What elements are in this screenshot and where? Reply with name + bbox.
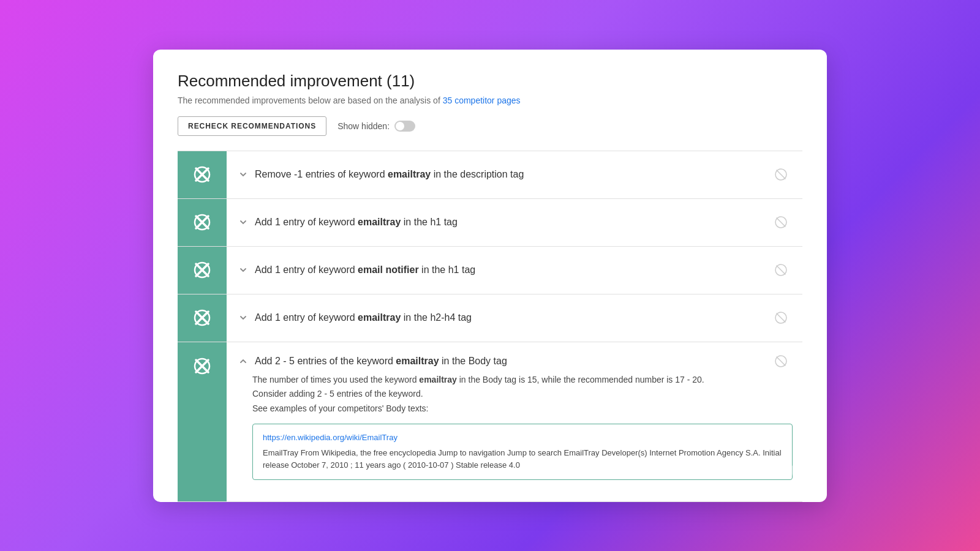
rec-icon-col-2: [178, 199, 227, 246]
rec-content-4: Add 1 entry of keyword emailtray in the …: [227, 294, 802, 342]
rec-content-3: Add 1 entry of keyword email notifier in…: [227, 247, 802, 294]
recommendation-item-3: Add 1 entry of keyword email notifier in…: [178, 247, 802, 294]
hide-button-1[interactable]: [769, 168, 793, 181]
recommendation-item-1: Remove -1 entries of keyword emailtray i…: [178, 151, 802, 199]
expand-button-5[interactable]: [236, 357, 250, 365]
url-body-text: EmailTray From Wikipedia, the free encyc…: [263, 448, 782, 470]
expanded-line2: Consider adding 2 - 5 entries of the key…: [252, 387, 793, 402]
hide-button-4[interactable]: [769, 311, 793, 324]
svg-line-14: [777, 266, 785, 274]
wrench-cross-icon-1: [192, 164, 213, 185]
recommendation-item-2: Add 1 entry of keyword emailtray in the …: [178, 199, 802, 247]
recheck-button[interactable]: RECHECK RECOMMENDATIONS: [178, 116, 326, 136]
rec-icon-col-1: [178, 151, 227, 198]
page-title: Recommended improvement (11): [178, 72, 802, 91]
rec-content-2: Add 1 entry of keyword emailtray in the …: [227, 199, 802, 246]
svg-line-19: [777, 313, 785, 322]
rec-text-2: Add 1 entry of keyword emailtray in the …: [255, 217, 762, 228]
rec-row-5: Add 2 - 5 entries of the keyword emailtr…: [236, 354, 793, 368]
expanded-body-5: The number of times you used the keyword…: [236, 373, 793, 483]
svg-line-4: [777, 170, 785, 179]
rec-row-3: Add 1 entry of keyword email notifier in…: [236, 263, 793, 277]
recommendation-item-5: Add 2 - 5 entries of the keyword emailtr…: [178, 342, 802, 502]
rec-text-3: Add 1 entry of keyword email notifier in…: [255, 264, 762, 276]
rec-row-1: Remove -1 entries of keyword emailtray i…: [236, 168, 793, 181]
rec-icon-col-5: [178, 342, 227, 501]
show-hidden-toggle[interactable]: [394, 121, 415, 132]
expand-button-1[interactable]: [236, 170, 250, 179]
toolbar: RECHECK RECOMMENDATIONS Show hidden:: [178, 116, 802, 136]
show-hidden-container: Show hidden:: [337, 121, 415, 132]
expanded-line1: The number of times you used the keyword…: [252, 373, 793, 388]
hide-button-5[interactable]: [769, 354, 793, 368]
expand-button-3[interactable]: [236, 266, 250, 274]
expanded-line3: See examples of your competitors' Body t…: [252, 402, 793, 416]
svg-line-24: [777, 357, 785, 365]
rec-text-4: Add 1 entry of keyword emailtray in the …: [255, 312, 762, 323]
recommendation-item-4: Add 1 entry of keyword emailtray in the …: [178, 294, 802, 342]
hide-button-2[interactable]: [769, 216, 793, 229]
watermark: ⁺K: [767, 453, 827, 502]
rec-content-1: Remove -1 entries of keyword emailtray i…: [227, 151, 802, 198]
svg-line-9: [777, 218, 785, 227]
url-box-5: https://en.wikipedia.org/wiki/EmailTray …: [252, 424, 793, 480]
card-header: Recommended improvement (11) The recomme…: [178, 72, 802, 105]
recommendations-list: Remove -1 entries of keyword emailtray i…: [178, 151, 802, 502]
subtitle-prefix: The recommended improvements below are b…: [178, 96, 443, 105]
rec-row-4: Add 1 entry of keyword emailtray in the …: [236, 311, 793, 324]
wrench-cross-icon-5: [192, 356, 213, 377]
rec-text-5: Add 2 - 5 entries of the keyword emailtr…: [255, 356, 762, 367]
show-hidden-label: Show hidden:: [337, 121, 390, 131]
rec-icon-col-3: [178, 247, 227, 294]
wrench-cross-icon-4: [192, 307, 213, 328]
competitor-pages-link[interactable]: 35 competitor pages: [443, 96, 521, 105]
rec-text-1: Remove -1 entries of keyword emailtray i…: [255, 169, 762, 180]
rec-icon-col-4: [178, 294, 227, 342]
expand-button-2[interactable]: [236, 218, 250, 227]
competitor-url-link[interactable]: https://en.wikipedia.org/wiki/EmailTray: [263, 432, 782, 444]
rec-row-2: Add 1 entry of keyword emailtray in the …: [236, 216, 793, 229]
hide-button-3[interactable]: [769, 263, 793, 277]
main-card: Recommended improvement (11) The recomme…: [153, 50, 827, 502]
rec-content-5: Add 2 - 5 entries of the keyword emailtr…: [227, 342, 802, 494]
card-subtitle: The recommended improvements below are b…: [178, 96, 802, 105]
wrench-cross-icon-2: [192, 212, 213, 233]
expand-button-4[interactable]: [236, 313, 250, 322]
wrench-cross-icon-3: [192, 260, 213, 280]
